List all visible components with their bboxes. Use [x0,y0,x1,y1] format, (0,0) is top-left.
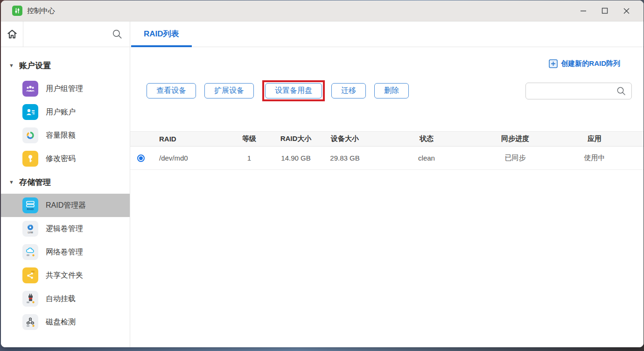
user-account-icon [22,104,38,120]
header-row: RAID列表 [1,21,644,47]
svg-text:LVM: LVM [28,231,33,234]
create-raid-array-label: 创建新的RAID阵列 [561,59,620,68]
password-key-icon [22,151,38,167]
svg-text:RAID: RAID [27,208,34,211]
shared-folder-icon [22,267,38,283]
sidebar-item-label: RAID管理器 [46,201,86,211]
titlebar: 控制中心 [1,0,644,21]
sidebar-section-account-settings[interactable]: ▼ 账户设置 [1,54,130,77]
sidebar-item-quota[interactable]: 容量限额 [1,124,130,147]
main-content: 创建新的RAID阵列 查看设备 扩展设备 设置备用盘 迁移 删除 [130,47,644,347]
cell-sync-progress: 已同步 [485,154,546,162]
tabbar: RAID列表 [130,21,644,47]
raid-table: RAID 等级 RAID大小 设备大小 状态 同步进度 应用 /dev/md0 … [130,131,644,170]
lvm-icon: LVM [22,221,38,237]
cell-status: clean [368,154,485,162]
sidebar: ▼ 账户设置 用户组管理 [1,47,130,347]
sidebar-item-label: 用户组管理 [46,84,83,94]
col-header-device-size: 设备大小 [322,134,368,143]
user-group-icon [22,81,38,97]
cell-device-size: 29.83 GB [322,154,368,162]
desktop-background: 控制中心 [0,0,644,351]
sidebar-item-label: 磁盘检测 [46,317,76,327]
sidebar-item-label: 逻辑卷管理 [46,224,83,234]
minimize-button[interactable] [573,0,594,21]
raid-search-box [525,83,632,99]
sidebar-search-icon [111,28,123,40]
disk-check-icon [22,314,38,330]
cell-raid-name: /dev/md0 [151,154,228,162]
set-spare-disk-button[interactable]: 设置备用盘 [265,83,322,98]
sidebar-item-disk-check[interactable]: 磁盘检测 [1,310,130,334]
sidebar-item-label: 用户账户 [46,107,76,117]
sidebar-item-label: 修改密码 [46,154,76,164]
delete-button[interactable]: 删除 [374,83,409,98]
control-center-window: 控制中心 [1,0,644,347]
view-device-button[interactable]: 查看设备 [147,83,196,98]
sidebar-search-input[interactable] [23,21,130,47]
sidebar-item-label: 自动挂载 [46,294,76,304]
col-header-sync-progress: 同步进度 [485,134,546,143]
plus-icon [549,59,558,68]
home-icon [6,28,18,40]
sidebar-item-user-group[interactable]: 用户组管理 [1,77,130,100]
raid-table-header: RAID 等级 RAID大小 设备大小 状态 同步进度 应用 [130,131,644,147]
sidebar-section-storage-management[interactable]: ▼ 存储管理 [1,170,130,194]
maximize-button[interactable] [594,0,616,21]
sidebar-item-label: 共享文件夹 [46,271,83,281]
window-controls [573,0,644,21]
body-row: ▼ 账户设置 用户组管理 [1,47,644,347]
minimize-icon [580,7,587,14]
col-header-raid: RAID [151,135,228,143]
sidebar-item-user-account[interactable]: 用户账户 [1,100,130,124]
close-button[interactable] [616,0,637,21]
raid-search-icon [616,85,631,97]
tab-raid-list[interactable]: RAID列表 [131,22,192,47]
raid-search-input[interactable] [526,87,616,95]
section-label: 存储管理 [19,177,51,188]
home-button[interactable] [1,21,23,47]
auto-mount-plug-icon [22,291,38,307]
collapse-triangle-icon: ▼ [9,63,19,68]
migrate-button[interactable]: 迁移 [331,83,366,98]
raid-toolbar: 查看设备 扩展设备 设置备用盘 迁移 删除 [147,80,417,101]
network-volume-cloud-icon [22,244,38,260]
row-radio-selected[interactable] [137,154,145,162]
sidebar-item-raid-manager[interactable]: RAID RAID管理器 [1,194,130,217]
sidebar-item-network-volume[interactable]: 网络卷管理 [1,240,130,264]
sidebar-item-shared-folder[interactable]: 共享文件夹 [1,264,130,287]
cell-app: 使用中 [546,154,644,162]
cell-raid-level: 1 [228,154,270,162]
col-header-raid-size: RAID大小 [270,134,322,143]
red-highlight-box: 设置备用盘 [262,80,325,101]
sidebar-item-lvm-manager[interactable]: LVM 逻辑卷管理 [1,217,130,240]
quota-icon [22,127,38,143]
raid-manager-icon: RAID [22,197,38,213]
sidebar-top [1,21,130,47]
section-label: 账户设置 [19,60,51,71]
sidebar-item-label: 网络卷管理 [46,247,83,257]
sidebar-item-label: 容量限额 [46,131,76,140]
sidebar-item-change-password[interactable]: 修改密码 [1,147,130,170]
sidebar-item-auto-mount[interactable]: 自动挂载 [1,287,130,310]
col-header-level: 等级 [228,134,270,143]
create-raid-array-button[interactable]: 创建新的RAID阵列 [549,59,620,68]
expand-device-button[interactable]: 扩展设备 [204,83,254,98]
raid-table-row[interactable]: /dev/md0 1 14.90 GB 29.83 GB clean 已同步 使… [130,147,644,170]
control-center-app-icon [12,6,22,16]
collapse-triangle-icon: ▼ [9,179,19,185]
close-icon [623,7,630,14]
col-header-app: 应用 [546,134,644,143]
maximize-icon [602,7,608,14]
window-title: 控制中心 [27,7,55,15]
cell-raid-size: 14.90 GB [270,154,322,162]
col-header-status: 状态 [368,134,485,143]
